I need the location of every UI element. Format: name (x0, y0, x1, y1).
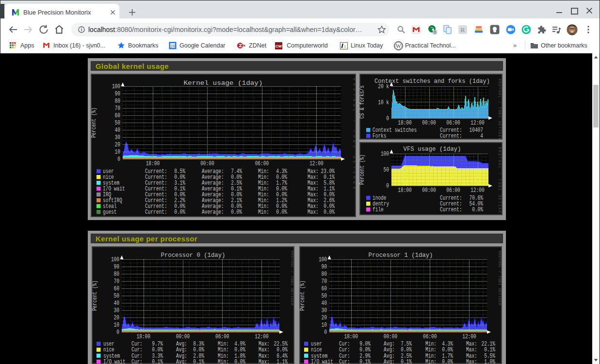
svg-text:70: 70 (114, 278, 119, 285)
svg-text:0.0%: 0.0% (234, 359, 245, 364)
svg-text:Percent (%): Percent (%) (299, 281, 306, 311)
svg-text:Max:: Max: (466, 359, 477, 364)
svg-text:RRDTOOL / TOBI OETIKER: RRDTOOL / TOBI OETIKER (498, 251, 502, 305)
svg-text:70: 70 (115, 105, 120, 112)
svg-text:0.0%: 0.0% (442, 359, 453, 364)
svg-text:10: 10 (115, 149, 120, 156)
svg-text:20 k: 20 k (378, 83, 389, 90)
svg-text:100: 100 (381, 151, 389, 158)
svg-text:00:00: 00:00 (422, 120, 436, 127)
svg-text:Cur:: Cur: (131, 359, 143, 364)
svg-text:RRDTOOL / TOBI OETIKER: RRDTOOL / TOBI OETIKER (290, 251, 294, 305)
svg-text:40: 40 (114, 300, 119, 307)
svg-text:80: 80 (114, 271, 119, 278)
svg-text:20: 20 (322, 315, 327, 321)
svg-text:30: 30 (322, 307, 327, 314)
svg-text:0.1%: 0.1% (152, 359, 163, 364)
svg-text:Processor 1 (1day): Processor 1 (1day) (369, 252, 433, 259)
svg-text:t: t (344, 43, 346, 49)
svg-text:0.0%: 0.0% (472, 206, 483, 213)
svg-text:90: 90 (114, 264, 119, 270)
svg-text:0.0%: 0.0% (324, 209, 335, 216)
svg-text:30: 30 (114, 307, 119, 314)
svg-text:50: 50 (322, 293, 327, 300)
svg-text:06:00: 06:00 (423, 333, 437, 340)
svg-text:CS & forks/s: CS & forks/s (359, 85, 366, 118)
svg-text:4: 4 (480, 133, 483, 140)
svg-text:18:00: 18:00 (398, 120, 412, 127)
svg-text:50: 50 (114, 293, 119, 300)
svg-text:90: 90 (115, 91, 120, 97)
svg-text:20: 20 (115, 142, 120, 148)
svg-text:0.1%: 0.1% (193, 359, 204, 364)
svg-text:100: 100 (112, 83, 120, 90)
svg-text:18:00: 18:00 (344, 333, 358, 340)
svg-text:0: 0 (324, 329, 327, 336)
svg-text:Average:: Average: (202, 209, 224, 216)
svg-text:50: 50 (115, 120, 120, 127)
svg-text:W: W (396, 43, 401, 49)
svg-text:Current:: Current: (440, 206, 462, 213)
svg-text:Kernel usage (1day): Kernel usage (1day) (184, 79, 263, 87)
svg-text:28: 28 (170, 44, 175, 48)
svg-text:file: file (373, 206, 384, 213)
svg-text:60: 60 (115, 112, 120, 119)
svg-text:Percent (%): Percent (%) (359, 155, 366, 185)
svg-text:90: 90 (322, 264, 327, 270)
svg-text:I/O wait: I/O wait (311, 359, 333, 364)
svg-text:Cur:: Cur: (339, 359, 350, 364)
svg-text:CW: CW (276, 44, 282, 48)
svg-text:12:00: 12:00 (462, 333, 476, 340)
svg-text:Min:: Min: (425, 359, 437, 364)
svg-text:Net: Net (243, 44, 246, 47)
svg-text:06:00: 06:00 (255, 160, 269, 167)
svg-text:60: 60 (322, 285, 327, 292)
svg-text:?: ? (434, 30, 436, 34)
svg-text:60: 60 (114, 285, 119, 292)
svg-text:06:00: 06:00 (215, 333, 229, 340)
svg-text:Min:: Min: (258, 209, 269, 216)
svg-text:Current:: Current: (440, 133, 462, 140)
svg-text:40: 40 (322, 300, 327, 307)
svg-text:guest: guest (103, 209, 117, 216)
svg-text:20: 20 (114, 315, 119, 321)
svg-text:Forks: Forks (373, 133, 387, 140)
svg-text:06:00: 06:00 (446, 120, 460, 127)
svg-text:00:00: 00:00 (176, 333, 190, 340)
svg-text:18:00: 18:00 (136, 333, 150, 340)
svg-text:50: 50 (384, 167, 389, 174)
svg-text:Avg:: Avg: (176, 359, 187, 364)
svg-text:Percent (%): Percent (%) (92, 281, 98, 311)
svg-text:VFS usage (1day): VFS usage (1day) (404, 146, 461, 153)
svg-text:0: 0 (386, 183, 389, 190)
svg-text:0.0%: 0.0% (231, 209, 242, 216)
svg-text:0.0%: 0.0% (276, 209, 287, 216)
svg-text:0.1%: 0.1% (401, 359, 412, 364)
svg-text:RRDTOOL / TOBI OETIKER: RRDTOOL / TOBI OETIKER (498, 147, 502, 215)
svg-text:1.0%: 1.0% (484, 359, 495, 364)
svg-text:80: 80 (322, 271, 327, 278)
svg-text:18:00: 18:00 (146, 160, 160, 167)
svg-text:00:00: 00:00 (200, 160, 214, 167)
svg-text:10 k: 10 k (378, 99, 389, 106)
svg-text:Max:: Max: (308, 209, 319, 216)
svg-text:06:00: 06:00 (446, 187, 460, 194)
svg-text:Max:: Max: (259, 359, 270, 364)
svg-text:Current:: Current: (145, 209, 167, 216)
svg-text:80: 80 (115, 98, 120, 105)
svg-text:100: 100 (319, 256, 327, 263)
svg-text:00:00: 00:00 (422, 187, 436, 194)
svg-text:0: 0 (116, 329, 119, 336)
svg-text:12:00: 12:00 (470, 187, 485, 194)
svg-text:00:00: 00:00 (384, 333, 398, 340)
svg-text:10: 10 (322, 322, 327, 329)
svg-text:10: 10 (114, 322, 119, 329)
svg-text:18:00: 18:00 (398, 187, 412, 194)
svg-text:40: 40 (115, 127, 120, 134)
svg-text:0.0%: 0.0% (174, 209, 185, 216)
svg-text:0: 0 (117, 156, 120, 163)
svg-text:100: 100 (111, 256, 119, 263)
svg-text:Avg:: Avg: (384, 359, 395, 364)
svg-text:Min:: Min: (218, 359, 229, 364)
svg-text:Processor 0 (1day): Processor 0 (1day) (161, 252, 226, 259)
